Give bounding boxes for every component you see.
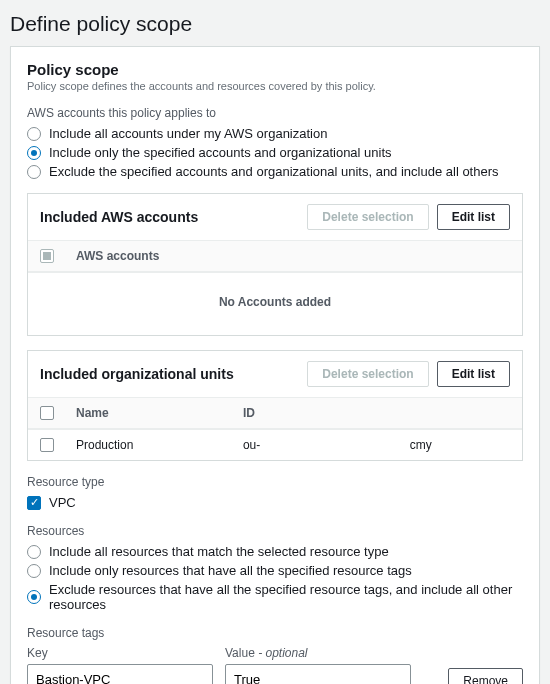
policy-scope-panel: Policy scope Policy scope defines the ac… [10, 46, 540, 684]
edit-list-button[interactable]: Edit list [437, 204, 510, 230]
radio-label: Include all resources that match the sel… [49, 544, 389, 559]
radio-label: Include all accounts under my AWS organi… [49, 126, 327, 141]
panel-title: Policy scope [27, 61, 523, 78]
ou-name: Production [76, 438, 243, 452]
accounts-radio-exclude[interactable]: Exclude the specified accounts and organ… [27, 164, 523, 179]
select-all-checkbox[interactable] [40, 249, 54, 263]
tag-row: Key Value - optional Remove [27, 646, 523, 684]
resource-type-vpc[interactable]: ✓ VPC [27, 495, 523, 510]
radio-icon [27, 127, 41, 141]
included-accounts-table-head: AWS accounts [28, 240, 522, 272]
tag-value-col: Value - optional [225, 646, 411, 684]
accounts-section-label: AWS accounts this policy applies to [27, 106, 523, 120]
page-root: Define policy scope Policy scope Policy … [0, 0, 550, 684]
row-checkbox[interactable] [40, 438, 54, 452]
radio-icon [27, 590, 41, 604]
included-ous-btn-row: Delete selection Edit list [307, 361, 510, 387]
accounts-radio-only[interactable]: Include only the specified accounts and … [27, 145, 523, 160]
delete-selection-button: Delete selection [307, 204, 428, 230]
radio-icon [27, 545, 41, 559]
included-accounts-title: Included AWS accounts [40, 209, 198, 225]
delete-selection-button: Delete selection [307, 361, 428, 387]
checkbox-label: VPC [49, 495, 76, 510]
included-ous-table-head: Name ID [28, 397, 522, 429]
accounts-radio-all[interactable]: Include all accounts under my AWS organi… [27, 126, 523, 141]
col-name: Name [76, 406, 243, 420]
resources-label: Resources [27, 524, 523, 538]
resource-type-label: Resource type [27, 475, 523, 489]
included-accounts-panel: Included AWS accounts Delete selection E… [27, 193, 523, 336]
included-ous-panel: Included organizational units Delete sel… [27, 350, 523, 461]
included-ous-title: Included organizational units [40, 366, 234, 382]
edit-list-button[interactable]: Edit list [437, 361, 510, 387]
resources-radio-only[interactable]: Include only resources that have all the… [27, 563, 523, 578]
included-ous-header: Included organizational units Delete sel… [28, 351, 522, 397]
included-accounts-empty: No Accounts added [28, 272, 522, 335]
tag-value-optional: - optional [255, 646, 308, 660]
radio-label: Include only the specified accounts and … [49, 145, 392, 160]
included-accounts-header: Included AWS accounts Delete selection E… [28, 194, 522, 240]
page-title: Define policy scope [10, 12, 540, 36]
radio-label: Exclude the specified accounts and organ… [49, 164, 499, 179]
ou-id-prefix: ou- [243, 438, 410, 452]
panel-desc: Policy scope defines the accounts and re… [27, 80, 523, 92]
radio-label: Exclude resources that have all the spec… [49, 582, 523, 612]
radio-icon [27, 146, 41, 160]
panel-header: Policy scope Policy scope defines the ac… [27, 61, 523, 92]
tag-key-label: Key [27, 646, 213, 660]
tag-value-label-text: Value [225, 646, 255, 660]
tag-value-input[interactable] [225, 664, 411, 684]
tag-key-input[interactable] [27, 664, 213, 684]
checkbox-icon: ✓ [27, 496, 41, 510]
tag-key-col: Key [27, 646, 213, 684]
radio-icon [27, 165, 41, 179]
resources-radio-exclude[interactable]: Exclude resources that have all the spec… [27, 582, 523, 612]
radio-label: Include only resources that have all the… [49, 563, 412, 578]
select-all-checkbox[interactable] [40, 406, 54, 420]
col-id: ID [243, 406, 410, 420]
tag-value-label: Value - optional [225, 646, 411, 660]
remove-tag-button[interactable]: Remove [448, 668, 523, 684]
ou-id-suffix: cmy [410, 438, 510, 452]
included-accounts-btn-row: Delete selection Edit list [307, 204, 510, 230]
table-row[interactable]: Production ou- cmy [28, 429, 522, 460]
radio-icon [27, 564, 41, 578]
resources-radio-all[interactable]: Include all resources that match the sel… [27, 544, 523, 559]
resource-tags-label: Resource tags [27, 626, 523, 640]
col-aws-accounts: AWS accounts [76, 249, 510, 263]
